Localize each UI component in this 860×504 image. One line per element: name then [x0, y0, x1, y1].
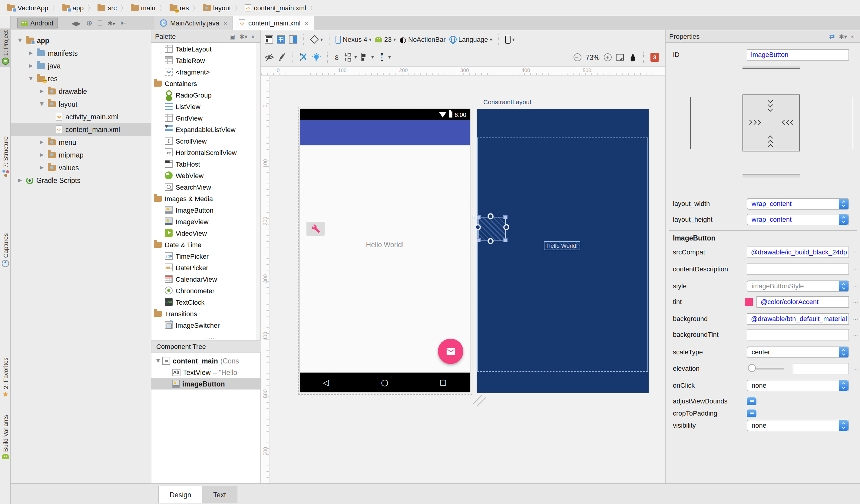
tree-item-app[interactable]: ▼ app: [11, 34, 151, 47]
onclick-combo[interactable]: none: [747, 379, 849, 391]
palette-item-expandablelistview[interactable]: ExpandableListView: [152, 124, 260, 135]
stepper-icon[interactable]: [839, 198, 848, 209]
expand-arrow-icon[interactable]: ▶: [39, 165, 45, 170]
expand-arrow-icon[interactable]: ▼: [156, 358, 160, 363]
resize-handle[interactable]: [477, 238, 481, 242]
breadcrumb-item-project[interactable]: VectorApp: [6, 4, 50, 12]
browse-button[interactable]: ···: [852, 365, 859, 372]
constraint-widget-body[interactable]: [743, 95, 800, 152]
hide-panel-icon[interactable]: ⇤: [120, 19, 127, 27]
palette-item-horizontalscrollview[interactable]: HorizontalScrollView: [152, 147, 260, 158]
layout-width-combo[interactable]: wrap_content: [747, 198, 849, 209]
gear-icon[interactable]: ✱▾: [839, 33, 847, 40]
expand-arrow-icon[interactable]: ▶: [39, 139, 45, 145]
orientation-button[interactable]: ▾: [310, 37, 323, 42]
palette-category-images-media[interactable]: Images & Media: [152, 193, 260, 204]
both-mode-icon[interactable]: [289, 35, 297, 44]
tree-item-layout[interactable]: ▼ layout: [11, 98, 151, 110]
blueprint-mode-icon[interactable]: [277, 35, 285, 44]
expand-arrow-icon[interactable]: ▼: [17, 38, 23, 43]
stepper-icon[interactable]: [839, 281, 848, 291]
component-row-content-main[interactable]: ▼ content_main (Cons: [152, 355, 260, 366]
resize-handle[interactable]: [503, 215, 507, 219]
browse-button[interactable]: ···: [852, 265, 859, 272]
gear-icon[interactable]: ✱▾: [239, 33, 247, 40]
browse-button[interactable]: ···: [852, 283, 859, 289]
device-selector[interactable]: Nexus 4▾: [335, 35, 372, 43]
textview-blueprint[interactable]: Hello World!: [544, 241, 580, 250]
image-button-widget[interactable]: [306, 222, 325, 236]
palette-item-calendarview[interactable]: CalendarView: [152, 273, 260, 285]
breadcrumb-item-file[interactable]: content_main.xml: [244, 4, 307, 12]
pan-hand-icon[interactable]: [628, 53, 636, 61]
elevation-slider-knob[interactable]: [748, 364, 756, 372]
palette-item-fragment[interactable]: <fragment>: [152, 66, 260, 77]
expand-arrow-icon[interactable]: ▼: [39, 101, 45, 106]
language-selector[interactable]: Language▾: [449, 36, 492, 43]
palette-category-date-time[interactable]: Date & Time: [152, 239, 260, 250]
breadcrumb-item-layout[interactable]: layout: [202, 4, 232, 12]
zoom-in-button[interactable]: [604, 53, 612, 61]
project-view-selector[interactable]: Android: [17, 17, 58, 28]
tree-item-menu[interactable]: ▶ menu: [11, 136, 151, 148]
component-row-imagebutton[interactable]: imageButton: [152, 378, 260, 389]
tool-window-project[interactable]: 1: Project: [0, 28, 11, 67]
tint-input[interactable]: @color/colorAccent: [757, 296, 849, 307]
zoom-to-fit-icon[interactable]: [616, 54, 624, 61]
tab-mainactivity[interactable]: C MainActivity.java ×: [155, 16, 233, 30]
browse-button[interactable]: ···: [852, 298, 859, 305]
guidelines-selector[interactable]: ▾: [377, 53, 391, 62]
expand-arrow-icon[interactable]: ▼: [28, 76, 34, 81]
pin-icon[interactable]: ⇤: [851, 33, 856, 40]
expand-arrow-icon[interactable]: ▶: [39, 88, 45, 94]
background-input[interactable]: @drawable/btn_default_material: [747, 313, 849, 325]
tree-item-mipmap[interactable]: ▶ mipmap: [11, 148, 151, 161]
tint-color-swatch[interactable]: [745, 298, 753, 306]
default-margin-value[interactable]: 8: [334, 54, 340, 61]
palette-item-datepicker[interactable]: DatePicker: [152, 262, 260, 273]
tree-item-gradle-scripts[interactable]: ▶ Gradle Scripts: [11, 174, 151, 187]
srccompat-input[interactable]: @drawable/ic_build_black_24dp: [747, 246, 849, 258]
constraint-anchor[interactable]: [503, 224, 509, 230]
expand-arrow-icon[interactable]: ▶: [28, 50, 34, 56]
palette-item-tablelayout[interactable]: TableLayout: [152, 43, 260, 55]
adjustviewbounds-toggle[interactable]: [747, 397, 757, 405]
palette-item-imageview[interactable]: ImageView: [152, 216, 260, 227]
infer-constraints-icon[interactable]: [312, 53, 321, 62]
tree-item-manifests[interactable]: ▶ manifests: [11, 47, 151, 59]
stepper-icon[interactable]: [839, 214, 848, 225]
palette-item-scrollview[interactable]: ScrollView: [152, 135, 260, 147]
constraint-anchor[interactable]: [475, 224, 481, 230]
breadcrumb-item-src[interactable]: src: [96, 4, 118, 12]
clear-constraints-icon[interactable]: [299, 53, 308, 62]
palette-item-searchview[interactable]: SearchView: [152, 181, 260, 193]
breadcrumb-item-main[interactable]: main: [130, 4, 157, 12]
breadcrumb-item-res[interactable]: res: [168, 4, 190, 12]
stepper-icon[interactable]: [839, 347, 848, 357]
gear-icon[interactable]: ✱▾: [108, 20, 115, 26]
palette-category-transitions[interactable]: Transitions: [152, 308, 260, 319]
palette-item-imagebutton[interactable]: ImageButton: [152, 204, 260, 216]
expand-arrow-icon[interactable]: ▶: [17, 177, 23, 183]
stepper-icon[interactable]: [839, 380, 848, 390]
constraint-anchor[interactable]: [488, 213, 493, 219]
blueprint-preview[interactable]: Hello World!: [477, 109, 649, 393]
fab-button[interactable]: [438, 339, 463, 364]
style-combo[interactable]: imageButtonStyle: [747, 280, 849, 292]
component-row-textview[interactable]: Ab TextView – "Hello: [152, 366, 260, 378]
croptopadding-toggle[interactable]: [747, 409, 757, 417]
design-preview[interactable]: 6:00 Hello World! ◁ ○ □: [300, 109, 470, 392]
canvas-resize-handle[interactable]: [473, 394, 484, 405]
id-input[interactable]: imageButton: [747, 49, 849, 60]
tree-item-content-main[interactable]: content_main.xml: [11, 123, 151, 136]
tab-content-main[interactable]: content_main.xml ×: [233, 16, 314, 30]
align-selector[interactable]: ▾: [360, 53, 374, 62]
tree-item-values[interactable]: ▶ values: [11, 161, 151, 174]
close-icon[interactable]: ×: [305, 20, 308, 26]
palette-item-radiogroup[interactable]: RadioGroup: [152, 89, 260, 101]
scaletype-combo[interactable]: center: [747, 346, 849, 358]
textview-widget[interactable]: Hello World!: [300, 241, 470, 248]
expand-arrow-icon[interactable]: ▶: [28, 63, 34, 69]
breadcrumb-item-app[interactable]: app: [61, 4, 85, 12]
palette-item-tablerow[interactable]: TableRow: [152, 55, 260, 66]
